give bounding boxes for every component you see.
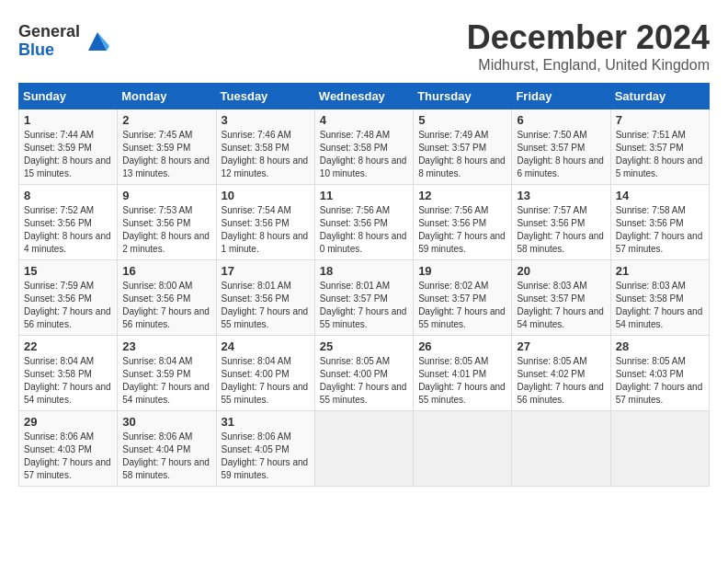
day-info: Sunrise: 8:06 AMSunset: 4:05 PMDaylight:… — [222, 431, 309, 480]
calendar-day-cell — [512, 411, 610, 487]
calendar-day-cell: 22 Sunrise: 8:04 AMSunset: 3:58 PMDaylig… — [19, 336, 118, 411]
day-number: 1 — [24, 113, 112, 127]
day-number: 22 — [24, 339, 112, 353]
day-info: Sunrise: 7:50 AMSunset: 3:57 PMDaylight:… — [517, 130, 604, 178]
day-info: Sunrise: 7:45 AMSunset: 3:59 PMDaylight:… — [122, 130, 210, 178]
calendar-day-cell: 7 Sunrise: 7:51 AMSunset: 3:57 PMDayligh… — [610, 109, 709, 185]
day-info: Sunrise: 8:05 AMSunset: 4:00 PMDaylight:… — [320, 356, 407, 405]
day-info: Sunrise: 8:01 AMSunset: 3:56 PMDaylight:… — [222, 281, 309, 329]
calendar-week-row: 29 Sunrise: 8:06 AMSunset: 4:03 PMDaylig… — [19, 411, 710, 487]
weekday-header-cell: Friday — [512, 84, 610, 109]
weekday-header-cell: Wednesday — [314, 84, 413, 109]
calendar-day-cell: 31 Sunrise: 8:06 AMSunset: 4:05 PMDaylig… — [216, 411, 314, 487]
day-number: 23 — [122, 339, 210, 353]
calendar-day-cell: 15 Sunrise: 7:59 AMSunset: 3:56 PMDaylig… — [19, 260, 118, 336]
calendar-day-cell: 27 Sunrise: 8:05 AMSunset: 4:02 PMDaylig… — [512, 336, 610, 411]
day-number: 17 — [222, 264, 310, 278]
day-number: 18 — [320, 264, 408, 278]
day-number: 5 — [418, 113, 506, 127]
calendar-week-row: 15 Sunrise: 7:59 AMSunset: 3:56 PMDaylig… — [19, 260, 710, 336]
day-info: Sunrise: 7:44 AMSunset: 3:59 PMDaylight:… — [24, 130, 111, 178]
day-number: 3 — [222, 113, 310, 127]
calendar-day-cell: 18 Sunrise: 8:01 AMSunset: 3:57 PMDaylig… — [314, 260, 413, 336]
calendar-day-cell: 4 Sunrise: 7:48 AMSunset: 3:58 PMDayligh… — [314, 109, 413, 185]
day-info: Sunrise: 8:05 AMSunset: 4:02 PMDaylight:… — [517, 356, 604, 405]
calendar-day-cell: 9 Sunrise: 7:53 AMSunset: 3:56 PMDayligh… — [118, 185, 216, 260]
day-info: Sunrise: 7:48 AMSunset: 3:58 PMDaylight:… — [320, 130, 407, 178]
day-info: Sunrise: 8:01 AMSunset: 3:57 PMDaylight:… — [320, 281, 407, 329]
calendar-day-cell: 24 Sunrise: 8:04 AMSunset: 4:00 PMDaylig… — [216, 336, 314, 411]
day-info: Sunrise: 8:04 AMSunset: 3:59 PMDaylight:… — [122, 356, 210, 405]
day-info: Sunrise: 8:05 AMSunset: 4:03 PMDaylight:… — [616, 356, 703, 405]
calendar-day-cell: 6 Sunrise: 7:50 AMSunset: 3:57 PMDayligh… — [512, 109, 610, 185]
logo-general-text: General — [18, 23, 80, 41]
calendar-table: SundayMondayTuesdayWednesdayThursdayFrid… — [18, 83, 710, 487]
calendar-week-row: 8 Sunrise: 7:52 AMSunset: 3:56 PMDayligh… — [19, 185, 710, 260]
calendar-day-cell: 13 Sunrise: 7:57 AMSunset: 3:56 PMDaylig… — [512, 185, 610, 260]
day-info: Sunrise: 7:57 AMSunset: 3:56 PMDaylight:… — [517, 205, 604, 254]
day-number: 29 — [24, 415, 112, 429]
day-number: 15 — [24, 264, 112, 278]
calendar-day-cell: 14 Sunrise: 7:58 AMSunset: 3:56 PMDaylig… — [610, 185, 709, 260]
weekday-header-row: SundayMondayTuesdayWednesdayThursdayFrid… — [19, 84, 710, 109]
day-number: 14 — [616, 189, 704, 202]
day-info: Sunrise: 7:52 AMSunset: 3:56 PMDaylight:… — [24, 205, 111, 254]
day-number: 4 — [320, 113, 408, 127]
weekday-header-cell: Thursday — [414, 84, 512, 109]
day-info: Sunrise: 8:02 AMSunset: 3:57 PMDaylight:… — [418, 281, 506, 329]
calendar-day-cell: 10 Sunrise: 7:54 AMSunset: 3:56 PMDaylig… — [216, 185, 314, 260]
day-number: 10 — [222, 189, 310, 202]
calendar-day-cell: 3 Sunrise: 7:46 AMSunset: 3:58 PMDayligh… — [216, 109, 314, 185]
header: General Blue December 2024 Midhurst, Eng… — [18, 18, 710, 74]
calendar-week-row: 22 Sunrise: 8:04 AMSunset: 3:58 PMDaylig… — [19, 336, 710, 411]
day-info: Sunrise: 7:59 AMSunset: 3:56 PMDaylight:… — [24, 281, 111, 329]
day-info: Sunrise: 8:04 AMSunset: 4:00 PMDaylight:… — [222, 356, 309, 405]
day-number: 21 — [616, 264, 704, 278]
calendar-day-cell: 23 Sunrise: 8:04 AMSunset: 3:59 PMDaylig… — [118, 336, 216, 411]
calendar-day-cell: 8 Sunrise: 7:52 AMSunset: 3:56 PMDayligh… — [19, 185, 118, 260]
weekday-header-cell: Sunday — [19, 84, 118, 109]
weekday-header-cell: Saturday — [610, 84, 709, 109]
title-area: December 2024 Midhurst, England, United … — [467, 18, 710, 74]
day-number: 11 — [320, 189, 408, 202]
day-info: Sunrise: 8:00 AMSunset: 3:56 PMDaylight:… — [122, 281, 210, 329]
day-number: 16 — [122, 264, 210, 278]
weekday-header-cell: Tuesday — [216, 84, 314, 109]
day-number: 8 — [24, 189, 112, 202]
day-info: Sunrise: 8:03 AMSunset: 3:58 PMDaylight:… — [616, 281, 703, 329]
day-info: Sunrise: 7:56 AMSunset: 3:56 PMDaylight:… — [320, 205, 407, 254]
calendar-day-cell — [414, 411, 512, 487]
calendar-day-cell: 12 Sunrise: 7:56 AMSunset: 3:56 PMDaylig… — [414, 185, 512, 260]
day-number: 9 — [122, 189, 210, 202]
day-info: Sunrise: 7:54 AMSunset: 3:56 PMDaylight:… — [222, 205, 309, 254]
calendar-body: 1 Sunrise: 7:44 AMSunset: 3:59 PMDayligh… — [19, 109, 710, 487]
day-number: 2 — [122, 113, 210, 127]
day-number: 24 — [222, 339, 310, 353]
calendar-day-cell: 26 Sunrise: 8:05 AMSunset: 4:01 PMDaylig… — [414, 336, 512, 411]
calendar-day-cell: 19 Sunrise: 8:02 AMSunset: 3:57 PMDaylig… — [414, 260, 512, 336]
day-info: Sunrise: 7:56 AMSunset: 3:56 PMDaylight:… — [418, 205, 506, 254]
day-info: Sunrise: 7:58 AMSunset: 3:56 PMDaylight:… — [616, 205, 703, 254]
calendar-day-cell: 30 Sunrise: 8:06 AMSunset: 4:04 PMDaylig… — [118, 411, 216, 487]
calendar-day-cell: 25 Sunrise: 8:05 AMSunset: 4:00 PMDaylig… — [314, 336, 413, 411]
calendar-day-cell: 21 Sunrise: 8:03 AMSunset: 3:58 PMDaylig… — [610, 260, 709, 336]
day-number: 12 — [418, 189, 506, 202]
day-number: 6 — [517, 113, 605, 127]
calendar-day-cell — [314, 411, 413, 487]
day-info: Sunrise: 8:04 AMSunset: 3:58 PMDaylight:… — [24, 356, 111, 405]
day-number: 28 — [616, 339, 704, 353]
day-info: Sunrise: 8:03 AMSunset: 3:57 PMDaylight:… — [517, 281, 604, 329]
calendar-day-cell: 16 Sunrise: 8:00 AMSunset: 3:56 PMDaylig… — [118, 260, 216, 336]
calendar-day-cell: 1 Sunrise: 7:44 AMSunset: 3:59 PMDayligh… — [19, 109, 118, 185]
logo: General Blue — [18, 23, 111, 60]
calendar-week-row: 1 Sunrise: 7:44 AMSunset: 3:59 PMDayligh… — [19, 109, 710, 185]
day-info: Sunrise: 8:06 AMSunset: 4:04 PMDaylight:… — [122, 431, 210, 480]
day-number: 20 — [517, 264, 605, 278]
day-number: 27 — [517, 339, 605, 353]
weekday-header-cell: Monday — [118, 84, 216, 109]
day-number: 30 — [122, 415, 210, 429]
day-number: 31 — [222, 415, 310, 429]
day-info: Sunrise: 7:53 AMSunset: 3:56 PMDaylight:… — [122, 205, 210, 254]
day-number: 25 — [320, 339, 408, 353]
day-number: 19 — [418, 264, 506, 278]
